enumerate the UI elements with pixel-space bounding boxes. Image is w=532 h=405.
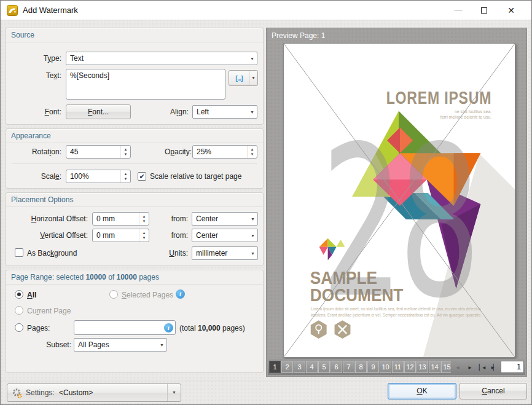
page-thumbnail-8[interactable]: 8: [355, 361, 367, 373]
preview-panel: Preview Page: 1: [266, 28, 527, 377]
page-thumbnail-10[interactable]: 10: [380, 361, 391, 373]
horizontal-offset-value: 0 mm: [96, 213, 139, 225]
scale-label: Scale:: [6, 170, 61, 183]
page-thumbnail-6[interactable]: 6: [331, 361, 342, 373]
preview-page-number-input[interactable]: [501, 361, 524, 373]
placement-group: Placement Options Horizontal Offset: 0 m…: [6, 192, 264, 266]
page-thumbnail-15[interactable]: 15: [441, 361, 451, 373]
spin-up-icon[interactable]: ▲: [139, 230, 149, 235]
info-icon[interactable]: i: [164, 323, 173, 332]
rotation-value: 45: [70, 146, 120, 158]
spin-down-icon[interactable]: ▼: [139, 235, 149, 240]
page-thumbnail-3[interactable]: 3: [294, 361, 305, 373]
type-select-value: Text: [70, 52, 248, 65]
page-thumbnail-9[interactable]: 9: [367, 361, 379, 373]
pages-radio[interactable]: [15, 323, 23, 332]
spin-up-icon[interactable]: ▲: [121, 147, 130, 152]
spin-up-icon[interactable]: ▲: [248, 147, 257, 152]
page-range-group: Page Range: selected 10000 of 10000 page…: [6, 270, 264, 373]
page-thumbnail-4[interactable]: 4: [306, 361, 318, 373]
page-thumbnail-2[interactable]: 2: [281, 361, 293, 373]
type-label: Type:: [6, 52, 61, 65]
page-thumbnail-1[interactable]: 1: [269, 361, 281, 373]
spin-down-icon[interactable]: ▼: [248, 152, 257, 157]
all-radio[interactable]: [15, 290, 23, 299]
pages-field[interactable]: i: [74, 320, 176, 335]
chevron-down-icon[interactable]: ▼: [167, 384, 181, 401]
align-label: Align:: [162, 105, 189, 119]
scale-relative-label: Scale relative to target page: [150, 170, 260, 183]
preview-header: Preview Page: 1: [272, 29, 325, 42]
placement-group-title: Placement Options: [6, 193, 263, 207]
preview-page: LOREM IPSUM ne stat luciliius sea, ferri…: [283, 43, 515, 358]
chevron-down-icon: ▼: [248, 234, 255, 238]
horizontal-from-select[interactable]: Center ▼: [192, 212, 258, 226]
spin-down-icon[interactable]: ▼: [139, 219, 149, 224]
spin-down-icon[interactable]: ▼: [121, 176, 130, 181]
spin-up-icon[interactable]: ▲: [121, 171, 130, 176]
appearance-group-title: Appearance: [6, 129, 263, 143]
scale-relative-checkbox[interactable]: [138, 172, 146, 181]
chevron-down-icon: ▼: [248, 57, 254, 61]
maximize-icon[interactable]: [475, 1, 493, 20]
last-page-button[interactable]: ▸▏: [488, 361, 500, 373]
scale-spinner[interactable]: 100% ▲▼: [66, 170, 131, 183]
rotation-label: Rotation:: [6, 145, 61, 159]
page-thumbnail-12[interactable]: 12: [404, 361, 416, 373]
vertical-from-select[interactable]: Center ▼: [192, 229, 258, 242]
current-page-label: Current Page: [27, 304, 95, 318]
page-thumbnail-11[interactable]: 11: [392, 361, 404, 373]
horizontal-from-label: from:: [154, 212, 188, 226]
font-button[interactable]: Font...: [66, 104, 131, 119]
vertical-from-value: Center: [196, 229, 248, 242]
spin-down-icon[interactable]: ▼: [121, 152, 130, 157]
total-pages-label: (total 10,000 pages): [179, 321, 260, 335]
info-icon[interactable]: i: [176, 289, 185, 299]
minimize-icon[interactable]: —: [449, 1, 467, 20]
chevron-down-icon: ▼: [157, 343, 164, 347]
vertical-from-label: from:: [154, 229, 188, 242]
first-page-button[interactable]: ▏◂: [475, 361, 488, 373]
vertical-offset-spinner[interactable]: 0 mm ▲▼: [92, 229, 149, 242]
units-select[interactable]: millimeter ▼: [192, 246, 258, 260]
close-icon[interactable]: ✕: [502, 1, 520, 20]
ok-button[interactable]: OK: [388, 383, 456, 399]
page-thumbnail-14[interactable]: 14: [429, 361, 440, 373]
horizontal-offset-spinner[interactable]: 0 mm ▲▼: [92, 212, 149, 226]
next-page-button[interactable]: ▸: [463, 361, 475, 373]
prev-page-button[interactable]: ◂: [451, 361, 463, 373]
opacity-value: 25%: [197, 146, 247, 158]
vertical-offset-label: Vertical Offset:: [6, 229, 88, 242]
spin-up-icon[interactable]: ▲: [139, 214, 149, 219]
page-thumbnail-5[interactable]: 5: [318, 361, 330, 373]
units-value: millimeter: [196, 247, 248, 259]
opacity-spinner[interactable]: 25% ▲▼: [192, 145, 257, 159]
titlebar: Add Watermark — ✕: [1, 1, 531, 20]
align-select[interactable]: Left ▼: [192, 105, 257, 119]
chevron-down-icon[interactable]: ▼: [249, 71, 257, 85]
macro-button[interactable]: [...] ▼: [229, 70, 258, 86]
watermark-text: 28: [321, 102, 476, 344]
font-label: Font:: [6, 105, 61, 119]
settings-button[interactable]: Settings: <Custom> ▼: [7, 383, 181, 402]
preview-nav: ◂▸▏◂▸▏: [451, 361, 500, 373]
gear-icon: [12, 388, 23, 399]
subset-value: All Pages: [78, 339, 157, 351]
type-select[interactable]: Text ▼: [66, 52, 257, 65]
pages-input[interactable]: [76, 321, 162, 334]
horizontal-from-value: Center: [196, 213, 248, 225]
selected-pages-radio: [109, 290, 118, 299]
thumbnail-pages: 123456789101112131415: [269, 361, 451, 373]
page-thumbnail-7[interactable]: 7: [343, 361, 354, 373]
thumbnail-strip: 123456789101112131415 ◂▸▏◂▸▏: [268, 359, 525, 375]
page-thumbnail-13[interactable]: 13: [417, 361, 428, 373]
opacity-label: Opacity:: [158, 145, 192, 159]
subset-select[interactable]: All Pages ▼: [74, 338, 167, 352]
watermark-text-input[interactable]: %[Seconds]: [66, 69, 225, 100]
rotation-spinner[interactable]: 45 ▲▼: [66, 145, 131, 159]
settings-label: Settings:: [26, 384, 55, 401]
cancel-button[interactable]: Cancel: [460, 383, 527, 399]
as-background-checkbox[interactable]: [15, 248, 23, 257]
chevron-down-icon: ▼: [248, 110, 254, 114]
chevron-down-icon: ▼: [248, 251, 255, 256]
